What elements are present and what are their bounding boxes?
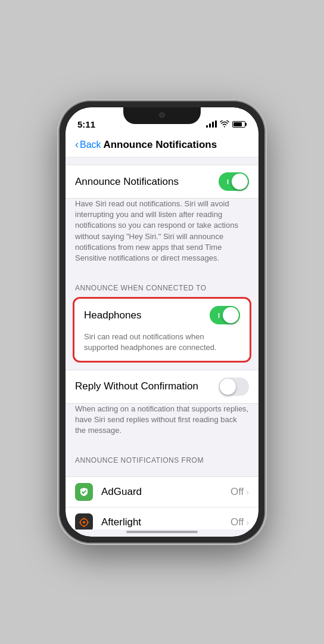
apps-section-header: ANNOUNCE NOTIFICATIONS FROM bbox=[66, 444, 258, 469]
chevron-right-icon: › bbox=[246, 518, 249, 527]
reply-description: When acting on a notification that suppo… bbox=[66, 404, 258, 445]
reply-toggle[interactable] bbox=[219, 377, 249, 396]
list-item[interactable]: Afterlight Off › bbox=[66, 507, 258, 530]
headphones-toggle-indicator: I bbox=[218, 312, 220, 319]
headphones-row: Headphones I bbox=[74, 299, 250, 332]
content: Announce Notifications I Have Siri read … bbox=[66, 157, 258, 530]
main-description: Have Siri read out notifications. Siri w… bbox=[66, 199, 258, 272]
screen: 5:11 bbox=[66, 107, 258, 537]
main-toggle-section: Announce Notifications I bbox=[66, 165, 258, 199]
list-item[interactable]: AdGuard Off › bbox=[66, 477, 258, 507]
nav-title: Announce Notifications bbox=[71, 139, 249, 151]
phone-frame: 5:11 bbox=[60, 101, 264, 543]
announce-toggle-row: Announce Notifications I bbox=[66, 165, 258, 198]
announce-toggle[interactable]: I bbox=[219, 172, 249, 191]
notch bbox=[123, 107, 201, 124]
battery-icon bbox=[232, 121, 247, 128]
toggle-on-indicator: I bbox=[227, 178, 229, 185]
app-status: Off bbox=[230, 516, 244, 528]
afterlight-icon bbox=[75, 513, 93, 530]
status-icons bbox=[206, 120, 247, 128]
reply-row: Reply Without Confirmation bbox=[66, 370, 258, 403]
reply-section: Reply Without Confirmation bbox=[66, 370, 258, 404]
announce-connected-header: ANNOUNCE WHEN CONNECTED TO bbox=[66, 272, 258, 297]
apps-list: AdGuard Off › bbox=[66, 476, 258, 530]
headphones-section: Headphones I Siri can read out notificat… bbox=[73, 297, 251, 362]
app-status: Off bbox=[230, 486, 244, 498]
svg-point-1 bbox=[83, 521, 85, 524]
chevron-right-icon: › bbox=[246, 487, 249, 497]
headphones-toggle-thumb bbox=[223, 307, 239, 323]
headphones-toggle[interactable]: I bbox=[210, 306, 240, 324]
headphones-label: Headphones bbox=[84, 309, 141, 321]
wifi-icon bbox=[220, 120, 229, 128]
signal-icon bbox=[206, 120, 217, 128]
reply-label: Reply Without Confirmation bbox=[75, 380, 198, 392]
nav-bar: ‹ Back Announce Notifications bbox=[66, 134, 258, 157]
reply-toggle-thumb bbox=[220, 379, 236, 395]
toggle-thumb bbox=[232, 174, 248, 190]
home-indicator bbox=[126, 531, 198, 533]
camera bbox=[159, 112, 165, 118]
adguard-icon bbox=[75, 483, 93, 501]
announce-toggle-label: Announce Notifications bbox=[75, 176, 179, 188]
app-name: Afterlight bbox=[101, 516, 230, 528]
headphones-description: Siri can read out notifications when sup… bbox=[74, 332, 250, 360]
status-time: 5:11 bbox=[77, 119, 95, 129]
app-name: AdGuard bbox=[101, 486, 230, 498]
